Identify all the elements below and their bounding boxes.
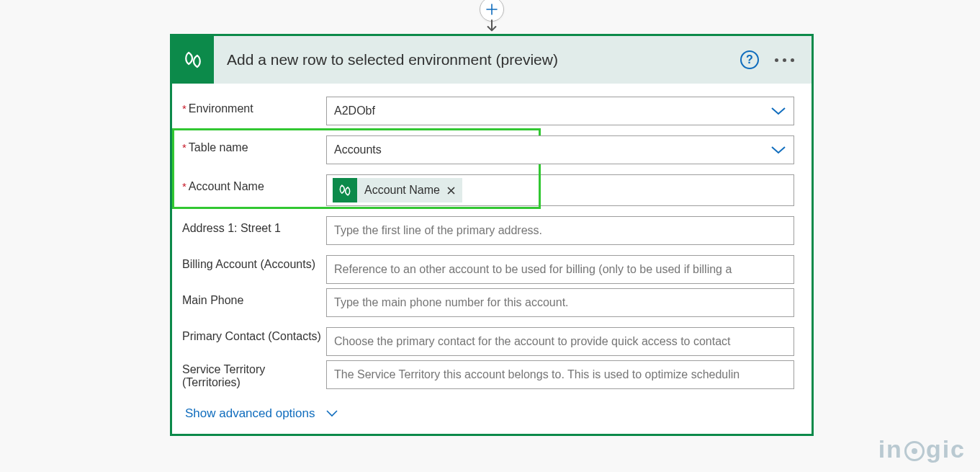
- inogic-watermark: in gic: [878, 435, 966, 463]
- billing-account-label: Billing Account (Accounts): [182, 255, 326, 271]
- address1-street1-label: Address 1: Street 1: [182, 216, 326, 235]
- service-territory-input[interactable]: The Service Territory this account belon…: [326, 360, 794, 389]
- chevron-down-icon: [325, 409, 338, 418]
- main-phone-label: Main Phone: [182, 288, 326, 307]
- token-label: Account Name: [364, 184, 440, 197]
- more-button[interactable]: [775, 58, 794, 62]
- dynamic-token[interactable]: Account Name: [333, 178, 462, 202]
- dot-icon: [783, 58, 786, 62]
- main-phone-input[interactable]: Type the main phone number for this acco…: [326, 288, 794, 317]
- table-name-value: Accounts: [334, 143, 770, 156]
- dot-icon: [791, 58, 794, 62]
- chevron-down-icon: [770, 145, 786, 155]
- advanced-link-label: Show advanced options: [185, 406, 315, 421]
- primary-contact-input[interactable]: Choose the primary contact for the accou…: [326, 327, 794, 356]
- account-name-input[interactable]: Account Name: [326, 174, 794, 206]
- chevron-down-icon: [770, 106, 786, 116]
- service-territory-label: Service Territory (Territories): [182, 360, 326, 389]
- flow-arrow-icon: [485, 19, 498, 35]
- address1-street1-input[interactable]: Type the first line of the primary addre…: [326, 216, 794, 245]
- action-card: Add a new row to selected environment (p…: [170, 34, 814, 436]
- gear-icon: [904, 441, 925, 461]
- input-placeholder: Choose the primary contact for the accou…: [334, 335, 786, 348]
- plus-icon: [486, 4, 498, 15]
- environment-value: A2DObf: [334, 104, 770, 117]
- dataverse-icon: [333, 178, 357, 202]
- required-marker: *: [182, 141, 186, 154]
- card-header: Add a new row to selected environment (p…: [172, 36, 812, 84]
- required-marker: *: [182, 180, 186, 193]
- help-button[interactable]: ?: [740, 50, 759, 69]
- card-title: Add a new row to selected environment (p…: [214, 51, 740, 68]
- input-placeholder: Reference to an other account to be used…: [334, 263, 786, 276]
- token-remove-button[interactable]: [447, 187, 455, 195]
- dot-icon: [775, 58, 778, 62]
- input-placeholder: Type the main phone number for this acco…: [334, 296, 786, 309]
- input-placeholder: The Service Territory this account belon…: [334, 368, 786, 381]
- primary-contact-label: Primary Contact (Contacts): [182, 327, 326, 343]
- table-name-dropdown[interactable]: Accounts: [326, 135, 794, 164]
- dataverse-icon: [172, 36, 214, 84]
- show-advanced-options-link[interactable]: Show advanced options: [185, 406, 338, 421]
- account-name-label: * Account Name: [182, 174, 326, 193]
- environment-dropdown[interactable]: A2DObf: [326, 97, 794, 125]
- required-marker: *: [182, 102, 186, 115]
- input-placeholder: Type the first line of the primary addre…: [334, 224, 786, 237]
- table-name-label: * Table name: [182, 135, 326, 154]
- close-icon: [447, 187, 455, 195]
- billing-account-input[interactable]: Reference to an other account to be used…: [326, 255, 794, 284]
- environment-label: * Environment: [182, 97, 326, 115]
